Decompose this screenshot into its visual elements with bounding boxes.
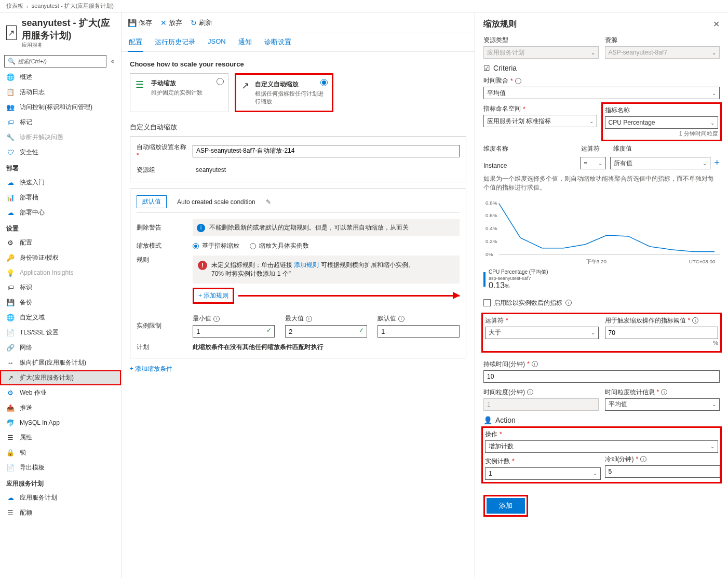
svg-text:下午3:20: 下午3:20 [586, 259, 607, 264]
nav-mysql[interactable]: 🐬MySQL In App [0, 415, 121, 430]
nav-custom-domain[interactable]: 🌐自定义域 [0, 310, 121, 325]
info-icon[interactable]: i [640, 456, 646, 462]
nav-tls[interactable]: 📄TLS/SSL 设置 [0, 325, 121, 340]
max-input[interactable] [285, 325, 367, 338]
action-op-dropdown[interactable]: 增加计数⌄ [485, 440, 718, 453]
collapse-icon[interactable]: « [109, 58, 117, 65]
info-icon[interactable]: i [565, 300, 572, 306]
info-icon[interactable]: i [398, 316, 405, 322]
tab-history[interactable]: 运行历史记录 [154, 33, 196, 51]
nav-slots[interactable]: 📊部署槽 [0, 190, 121, 205]
action-header: 👤Action [483, 416, 720, 424]
grain-min-label: 时间粒度(分钟) i [483, 388, 599, 397]
nav-locks[interactable]: 🔒锁 [0, 445, 121, 460]
setting-name-input[interactable] [193, 145, 460, 157]
breadcrumb-current[interactable]: seanyutest - 扩大(应用服务计划) [32, 2, 114, 10]
lock-icon: 📄 [6, 329, 15, 337]
min-input[interactable] [193, 325, 275, 338]
default-count-label: 默认值 i [378, 314, 460, 323]
nav-scale-up[interactable]: ↗扩大(应用服务计划) [0, 370, 121, 385]
nav-tags[interactable]: 🏷标记 [0, 115, 121, 130]
nav-access-control[interactable]: 👥访问控制(标识和访问管理) [0, 100, 121, 115]
chevron-down-icon: ⌄ [712, 90, 716, 96]
save-button[interactable]: 💾保存 [128, 18, 152, 28]
custom-scale-option[interactable]: ↗ 自定义自动缩放 根据任何指标按任何计划进行缩放 [235, 73, 333, 112]
nav-export[interactable]: 📄导出模板 [0, 460, 121, 475]
nav-activity-log[interactable]: 📋活动日志 [0, 85, 121, 100]
edit-icon[interactable]: ✎ [266, 198, 271, 206]
dim-op-dropdown[interactable]: =⌄ [580, 157, 606, 169]
nav-properties[interactable]: ☰属性 [0, 430, 121, 445]
split-checkbox[interactable] [483, 299, 491, 306]
mode-count-radio[interactable]: 缩放为具体实例数 [250, 241, 309, 250]
tab-configure[interactable]: 配置 [128, 33, 143, 52]
nav-diagnose[interactable]: 🔧诊断并解决问题 [0, 130, 121, 145]
setting-name-label: 自动缩放设置名称 * [137, 143, 188, 159]
nav-configuration[interactable]: ⚙配置 [0, 235, 121, 250]
nav-auth[interactable]: 🔑身份验证/授权 [0, 250, 121, 265]
dim-val-label: 维度值 [613, 144, 705, 153]
dim-val-dropdown[interactable]: 所有值⌄ [610, 157, 710, 169]
chevron-down-icon: ⌄ [591, 50, 595, 56]
cooldown-input[interactable] [605, 465, 721, 478]
info-icon[interactable]: i [306, 316, 312, 322]
info-icon[interactable]: i [213, 316, 220, 322]
add-dimension-button[interactable]: + [714, 157, 720, 169]
info-icon[interactable]: i [515, 78, 521, 84]
discard-button[interactable]: ✕放弃 [160, 18, 182, 28]
nav-webjobs[interactable]: ⚙Web 作业 [0, 385, 121, 400]
threshold-input[interactable] [605, 327, 719, 339]
add-button[interactable]: 添加 [487, 498, 525, 514]
chevron-down-icon: ⌄ [710, 120, 714, 126]
refresh-button[interactable]: ↻刷新 [191, 18, 212, 28]
chevron-down-icon: ⌄ [712, 401, 716, 407]
tag-icon: 🏷 [6, 118, 15, 127]
metric-dropdown[interactable]: CPU Percentage⌄ [605, 116, 719, 129]
nav-identity[interactable]: 🏷标识 [0, 280, 121, 295]
nav-quickstart[interactable]: ☁快速入门 [0, 175, 121, 190]
time-agg-dropdown[interactable]: 平均值⌄ [483, 87, 720, 99]
nav-push[interactable]: 📤推送 [0, 400, 121, 415]
nav-security[interactable]: 🛡安全性 [0, 145, 121, 160]
nav-asp[interactable]: ☁应用服务计划 [0, 490, 121, 505]
info-icon[interactable]: i [527, 389, 533, 395]
instance-count-dropdown[interactable]: 1⌄ [485, 467, 601, 480]
op-dropdown[interactable]: 大于⌄ [485, 327, 599, 339]
breadcrumb-dashboard[interactable]: 仪表板 [6, 2, 23, 10]
nav-quota[interactable]: ☰配额 [0, 505, 121, 520]
nav-app-insights[interactable]: 💡Application Insights [0, 265, 121, 280]
tab-notify[interactable]: 通知 [237, 33, 253, 51]
add-rule-button[interactable]: + 添加规则 [193, 288, 234, 304]
add-button-highlight: 添加 [483, 495, 528, 517]
info-icon[interactable]: i [661, 389, 667, 395]
manual-scale-option[interactable]: ☰ 手动缩放 维护固定的实例计数 [130, 73, 228, 112]
ns-dropdown[interactable]: 应用服务计划 标准指标⌄ [483, 115, 597, 127]
search-input[interactable]: 🔍 搜索(Ctrl+/) [4, 55, 106, 68]
nav-overview[interactable]: 🌐概述 [0, 70, 121, 85]
panel-title: 缩放规则 [483, 19, 517, 30]
nav-scale-out[interactable]: ↔纵向扩展(应用服务计划) [0, 355, 121, 370]
tabs: 配置 运行历史记录 JSON 通知 诊断设置 [122, 33, 475, 52]
default-count-input[interactable] [378, 325, 460, 338]
tab-diag[interactable]: 诊断设置 [263, 33, 292, 51]
nav-deploy-center[interactable]: ☁部署中心 [0, 205, 121, 220]
duration-input[interactable] [483, 370, 720, 383]
action-op-label: 操作 * [485, 430, 718, 439]
info-icon[interactable]: i [692, 317, 698, 324]
chevron-down-icon: ⌄ [598, 160, 602, 166]
tab-json[interactable]: JSON [207, 33, 227, 51]
nav-backup[interactable]: 💾备份 [0, 295, 121, 310]
manual-radio[interactable] [217, 78, 224, 85]
rg-label: 资源组 [137, 166, 188, 174]
add-condition-link[interactable]: + 添加缩放条件 [130, 365, 466, 373]
schedule-text: 此缩放条件在没有其他任何缩放条件匹配时执行 [193, 343, 460, 352]
resource-label: 资源 [605, 36, 720, 45]
rules-warning-link[interactable]: 添加规则 [294, 261, 319, 268]
custom-radio[interactable] [320, 79, 328, 86]
close-button[interactable]: ✕ [713, 19, 720, 29]
nav-networking[interactable]: 🔗网络 [0, 340, 121, 355]
grain-stat-dropdown[interactable]: 平均值⌄ [605, 398, 720, 411]
mode-metric-radio[interactable]: 基于指标缩放 [193, 241, 239, 250]
split-checkbox-row[interactable]: 启用除以实例数后的指标 i [483, 299, 720, 307]
info-icon[interactable]: i [532, 361, 538, 367]
